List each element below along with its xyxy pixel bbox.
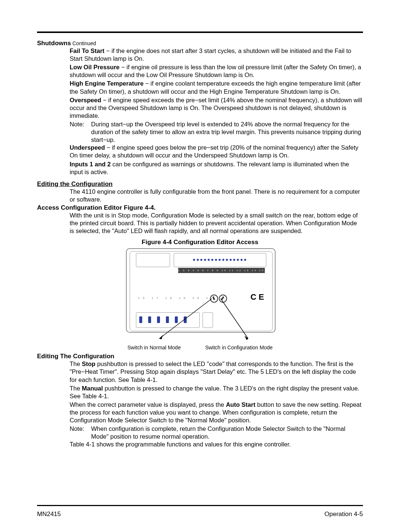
editing-p1: The Stop pushbutton is pressed to select… — [70, 360, 363, 383]
terminal-numbers-top: 1 2 3 4 5 6 7 8 9 10 11 12 13 14 15 — [178, 268, 265, 273]
note-text: During start−up the Overspeed trip level… — [91, 120, 363, 144]
overspeed: Overspeed − if engine speed exceeds the … — [70, 96, 363, 120]
terminal-block-bottom — [136, 312, 200, 328]
overspeed-text: − if engine speed exceeds the pre−set li… — [70, 97, 362, 119]
shutdowns-continued: Continued — [71, 40, 96, 46]
inputs-label: Inputs 1 and 2 — [70, 161, 111, 167]
overspeed-label: Overspeed — [70, 97, 101, 103]
auto-start-button-ref: Auto Start — [226, 401, 256, 408]
terminal-block-top-left — [136, 253, 170, 267]
note-label: Note: — [70, 120, 87, 144]
pcb-board: ●●●●●●●●●●●●●●● 1 2 3 4 5 6 7 8 9 10 11 … — [126, 248, 276, 333]
access-ref: Figure 4-4. — [122, 204, 156, 211]
terminal-numbers-bottom: 16 17 18 19 20 21 — [138, 297, 216, 299]
access-text: With the unit is in Stop mode, Configura… — [70, 212, 363, 235]
figure-label-left: Switch in Normal Mode — [127, 345, 181, 350]
editing-heading: Editing the Configuration — [37, 180, 363, 188]
fail-to-start: Fail To Start − if the engine does not s… — [70, 47, 363, 63]
switch-normal — [210, 295, 218, 303]
editing-p4: Table 4-1 shows the programmable functio… — [70, 440, 363, 448]
terminal-block-top-right: ●●●●●●●●●●●●●●● — [174, 253, 266, 267]
fail-to-start-text: − if the engine does not start after 3 s… — [70, 47, 351, 62]
ce-mark: C E — [250, 292, 264, 302]
access-heading: Access Configuration Editor — [37, 204, 122, 211]
editing-note: Note: When configuration is complete, re… — [70, 425, 363, 440]
inputs: Inputs 1 and 2 can be configured as warn… — [70, 160, 363, 176]
shutdowns-heading: Shutdowns Continued — [37, 40, 363, 47]
editing-p3: When the correct parameter value is disp… — [70, 401, 363, 424]
footer-left: MN2415 — [37, 511, 61, 518]
underspeed-text: − if engine speed goes below the pre−set… — [70, 144, 359, 159]
switch-config — [219, 295, 227, 303]
bottom-rule — [37, 505, 363, 506]
low-oil-label: Low Oil Pressure — [70, 64, 120, 70]
stop-button-ref: Stop — [82, 360, 96, 367]
shutdowns-title: Shutdowns — [37, 40, 71, 47]
top-rule — [37, 31, 363, 33]
footer-right: Operation 4-5 — [324, 511, 363, 518]
editing-config-heading: Editing The Configuration — [37, 353, 363, 360]
editing-p2: The Manual pushbutton is pressed to chan… — [70, 385, 363, 400]
high-temp: High Engine Temperature − if engine cool… — [70, 80, 363, 95]
low-oil: Low Oil Pressure − if engine oil pressur… — [70, 63, 363, 79]
overspeed-note: Note: During start−up the Overspeed trip… — [70, 120, 363, 144]
figure-4-4: ●●●●●●●●●●●●●●● 1 2 3 4 5 6 7 8 9 10 11 … — [126, 248, 274, 350]
underspeed: Underspeed − if engine speed goes below … — [70, 144, 363, 159]
inputs-text: can be configured as warnings or shutdow… — [70, 161, 349, 175]
fail-to-start-label: Fail To Start — [70, 47, 104, 54]
figure-caption: Figure 4-4 Configuration Editor Access — [37, 239, 363, 246]
terminal-dots: ●●●●●●●●●●●●●●● — [174, 257, 266, 262]
underspeed-label: Underspeed — [70, 144, 105, 151]
editing-note-text: When configuration is complete, return t… — [91, 425, 363, 440]
access-heading-row: Access Configuration Editor Figure 4-4. — [37, 204, 363, 212]
high-temp-label: High Engine Temperature — [70, 80, 144, 87]
editing-note-label: Note: — [70, 425, 87, 440]
manual-button-ref: Manual — [82, 385, 103, 392]
figure-label-right: Switch in Configuration Mode — [205, 345, 273, 350]
connector-block — [203, 312, 213, 328]
editing-intro: The 4110 engine controller is fully conf… — [70, 188, 363, 203]
